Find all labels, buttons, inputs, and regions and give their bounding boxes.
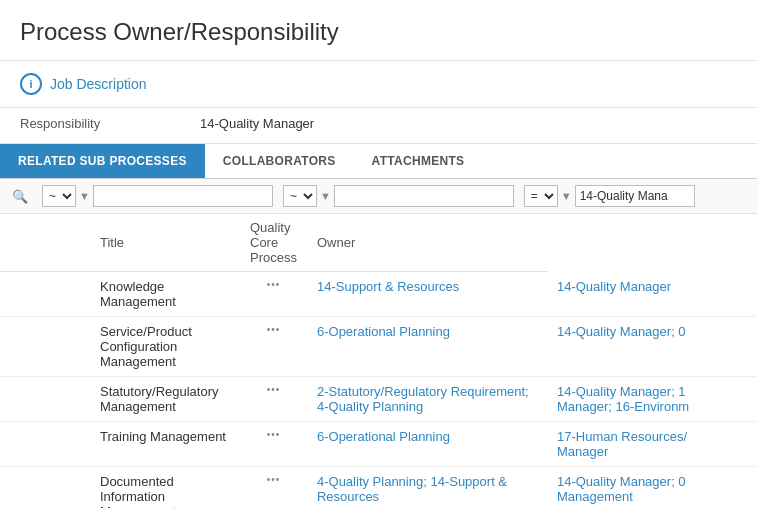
table-row: Training Management•••6-Operational Plan…	[0, 422, 757, 467]
filter-input-2[interactable]	[334, 185, 514, 207]
col-title: Title	[0, 214, 240, 272]
cell-dots[interactable]: •••	[240, 272, 307, 317]
cell-process: 4-Quality Planning; 14-Support &Resource…	[307, 467, 547, 509]
sub-processes-table: Title Quality Core Process Owner Knowled…	[0, 214, 757, 508]
cell-owner: 17-Human Resources/Manager	[547, 422, 757, 467]
page-title: Process Owner/Responsibility	[0, 0, 757, 61]
tabs-bar: RELATED SUB PROCESSES COLLABORATORS ATTA…	[0, 144, 757, 179]
table-row: Documented Information Management•••4-Qu…	[0, 467, 757, 509]
col-owner: Owner	[307, 214, 547, 272]
filter-operator-2[interactable]: ~ =	[283, 185, 317, 207]
owner-value: Management	[557, 489, 633, 504]
table-row: Service/Product Configuration Management…	[0, 317, 757, 377]
cell-dots[interactable]: •••	[240, 467, 307, 509]
filter-group-2: ~ = ▼	[283, 185, 514, 207]
cell-owner: 14-Quality Manager; 0	[547, 317, 757, 377]
tab-attachments[interactable]: ATTACHMENTS	[354, 144, 483, 178]
responsibility-label: Responsibility	[20, 116, 120, 131]
cell-owner: 14-Quality Manager; 1Manager; 16-Environ…	[547, 377, 757, 422]
cell-process: 14-Support & Resources	[307, 272, 547, 317]
cell-process: 2-Statutory/Regulatory Requirement;4-Qua…	[307, 377, 547, 422]
cell-process: 6-Operational Planning	[307, 422, 547, 467]
table-row: Statutory/Regulatory Management•••2-Stat…	[0, 377, 757, 422]
filter-operator-3[interactable]: = ~	[524, 185, 558, 207]
cell-title: Training Management	[0, 422, 240, 467]
filter-group-3: = ~ ▼	[524, 185, 695, 207]
job-description-link[interactable]: Job Description	[50, 76, 147, 92]
owner-value: 14-Quality Manager	[557, 279, 671, 294]
responsibility-value: 14-Quality Manager	[200, 116, 314, 131]
owner-value: 14-Quality Manager; 1	[557, 384, 686, 399]
cell-title: Service/Product Configuration Management	[0, 317, 240, 377]
info-icon: i	[20, 73, 42, 95]
process-link[interactable]: 4-Quality Planning; 14-Support &	[317, 474, 507, 489]
cell-owner: 14-Quality Manager; 0Management	[547, 467, 757, 509]
section-header: i Job Description	[0, 61, 757, 108]
responsibility-row: Responsibility 14-Quality Manager	[0, 108, 757, 144]
filter-row: 🔍 ~ = ▼ ~ = ▼ = ~ ▼	[0, 179, 757, 214]
owner-value: 14-Quality Manager; 0	[557, 324, 686, 339]
cell-dots[interactable]: •••	[240, 377, 307, 422]
cell-title: Knowledge Management	[0, 272, 240, 317]
owner-value: Manager; 16-Environm	[557, 399, 689, 414]
process-link[interactable]: Resources	[317, 489, 379, 504]
tab-collaborators[interactable]: COLLABORATORS	[205, 144, 354, 178]
owner-value: Manager	[557, 444, 608, 459]
filter-input-1[interactable]	[93, 185, 273, 207]
process-link[interactable]: 6-Operational Planning	[317, 324, 450, 339]
table-header-row: Title Quality Core Process Owner	[0, 214, 757, 272]
search-icon: 🔍	[8, 187, 32, 206]
cell-title: Statutory/Regulatory Management	[0, 377, 240, 422]
table-row: Knowledge Management•••14-Support & Reso…	[0, 272, 757, 317]
table-container: Title Quality Core Process Owner Knowled…	[0, 214, 757, 508]
process-link[interactable]: 6-Operational Planning	[317, 429, 450, 444]
filter-group-1: ~ = ▼	[42, 185, 273, 207]
process-link[interactable]: 4-Quality Planning	[317, 399, 423, 414]
cell-process: 6-Operational Planning	[307, 317, 547, 377]
owner-value: 14-Quality Manager; 0	[557, 474, 686, 489]
col-process: Quality Core Process	[240, 214, 307, 272]
cell-owner: 14-Quality Manager	[547, 272, 757, 317]
cell-dots[interactable]: •••	[240, 422, 307, 467]
process-link[interactable]: 14-Support & Resources	[317, 279, 459, 294]
filter-operator-1[interactable]: ~ =	[42, 185, 76, 207]
filter-input-3[interactable]	[575, 185, 695, 207]
process-link[interactable]: 2-Statutory/Regulatory Requirement;	[317, 384, 529, 399]
cell-dots[interactable]: •••	[240, 317, 307, 377]
tab-related-sub-processes[interactable]: RELATED SUB PROCESSES	[0, 144, 205, 178]
cell-title: Documented Information Management	[0, 467, 240, 509]
owner-value: 17-Human Resources/	[557, 429, 687, 444]
